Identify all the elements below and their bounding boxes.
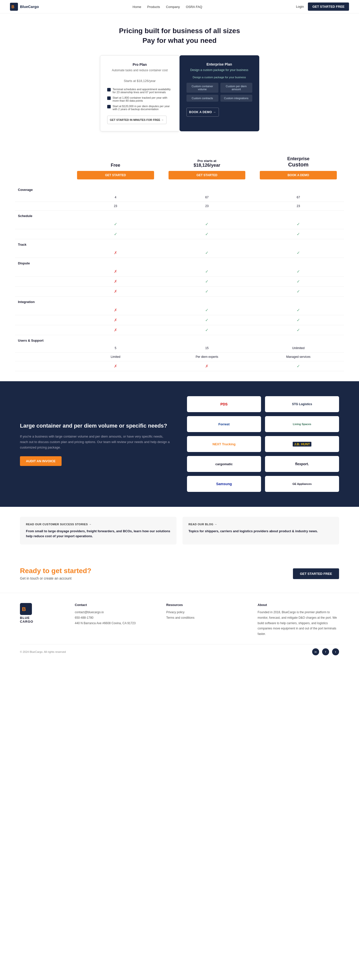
logo-cargomatic: cargomatic [187,456,261,472]
pro-plan-card: Pro Plan Automate tasks and reduce conta… [100,55,180,131]
content-cards-section: READ OUR CUSTOMER SUCCESS STORIES → From… [0,507,359,554]
footer-email[interactable]: contact@bluecargo.io [75,610,156,615]
free-get-started-button[interactable]: GET STARTED [77,171,154,180]
dispute-row-1-free: ✗ [70,267,161,276]
schedule-row-2-label [15,229,70,239]
stories-text: From small to large drayage providers, f… [26,529,171,538]
blog-text: Topics for shippers, carriers and logist… [188,529,333,534]
logo-forrest: Forrest [187,416,261,432]
integration-row-1: ✗ ✓ ✓ [15,305,344,315]
nav-logo[interactable]: B BlueCargo [10,3,39,11]
integration-title: Integration [15,296,70,305]
facebook-link[interactable]: f [322,648,329,655]
pricing-cards: Pro Plan Automate tasks and reduce conta… [0,55,359,146]
pro-comparison-get-started-button[interactable]: GET STARTED [169,171,245,180]
logo-jbhunt: J.B. HUNT [265,436,339,452]
dispute-title: Dispute [15,258,70,267]
comparison-section: Free Pro starts at $18,126/year Enterpri… [0,146,359,381]
dispute-row-2: ✗ ✓ ✓ [15,277,344,286]
pro-get-started-button[interactable]: GET STARTED IN MINUTES FOR FREE → [107,116,166,124]
enterprise-left: Large container and per diem volume or s… [20,422,172,466]
content-card-stories: READ OUR CUSTOMER SUCCESS STORIES → From… [20,517,177,544]
svg-text:B: B [11,5,14,9]
nav-cta-button[interactable]: GET STARTED FREE [308,3,349,11]
integration-row-1-pro: ✓ [161,305,253,315]
ent-feat-2: Custom contracts [187,95,219,102]
footer-address: 440 N Barranca Ave #6608 Covina, CA 9172… [75,621,156,626]
footer-terms[interactable]: Terms and conditions [166,615,248,621]
users-section: Users & Support [15,335,344,344]
cta-left: Ready to get started? Get in touch or cr… [20,567,91,580]
integration-section: Integration [15,296,344,305]
dispute-row-3-free: ✗ [70,286,161,296]
footer-top: B BLUECARGO Contact contact@bluecargo.io… [20,603,339,636]
schedule-row-2-free: ✓ [70,229,161,239]
nav-links: Home Products Company OSRA FAQ [132,5,202,9]
integration-row-1-label [15,305,70,315]
twitter-link[interactable]: t [332,648,339,655]
users-row-2: Limited Per diem experts Managed service… [15,353,344,361]
pro-feature-2: Start at 1,800 container tracked per yea… [107,96,172,102]
integration-row-3-enterprise: ✓ [252,325,344,335]
blog-tag[interactable]: READ OUR BLOG → [188,523,333,526]
comp-enterprise-cta: BOOK A DEMO [252,170,344,180]
integration-row-3-label [15,325,70,335]
audit-invoice-button[interactable]: AUDIT AN INVOICE [20,456,62,466]
enterprise-book-demo-button[interactable]: BOOK A DEMO → [187,108,219,117]
footer-contact-title: Contact [75,603,156,607]
footer-privacy[interactable]: Privacy policy [166,610,248,615]
footer-bottom: © 2024 BlueCargo. All rights reserved in… [20,644,339,655]
dispute-row-2-enterprise: ✓ [252,277,344,286]
dispute-row-2-free: ✗ [70,277,161,286]
dispute-row-3-label [15,286,70,296]
integration-row-3-free: ✗ [70,325,161,335]
logo-next: NEXT Trucking [187,436,261,452]
coverage-row-2-pro: 23 [161,202,253,210]
track-row-1-pro: ✓ [161,248,253,258]
dispute-row-1-enterprise: ✓ [252,267,344,276]
navbar: B BlueCargo Home Products Company OSRA F… [0,0,359,13]
track-section: Track [15,239,344,248]
nav-right: Login GET STARTED FREE [296,3,349,11]
login-button[interactable]: Login [296,5,304,8]
linkedin-link[interactable]: in [312,648,319,655]
logo-samsung: Samsung [187,476,261,492]
coverage-row-2-label [15,202,70,210]
enterprise-plan-subtitle: Design a custom package for your busines… [187,68,252,72]
enterprise-features: Custom container volume Custom per diem … [187,83,252,102]
coverage-row-2-free: 23 [70,202,161,210]
footer-copyright: © 2024 BlueCargo. All rights reserved [20,650,66,653]
enterprise-body: If you're a business with large containe… [20,434,172,450]
track-row-1-label [15,248,70,258]
social-links: in f t [312,648,339,655]
hero-section: Pricing built for business of all sizes … [0,13,359,55]
integration-row-3-pro: ✓ [161,325,253,335]
footer-resources: Resources Privacy policy Terms and condi… [166,603,248,636]
customer-logos: PDS STG Logistics Forrest Living Spaces … [187,396,339,492]
users-row-1-free: 5 [70,344,161,352]
users-row-1: 5 15 Unlimited [15,344,344,353]
coverage-section: Coverage [15,185,344,193]
footer-logo: B BLUECARGO [20,603,65,636]
nav-home[interactable]: Home [132,5,141,9]
users-row-2-enterprise: Managed services [252,353,344,361]
footer: B BLUECARGO Contact contact@bluecargo.io… [0,593,359,660]
coverage-row-1-free: 4 [70,193,161,202]
svg-text:B: B [22,606,26,612]
logo-stg: STG Logistics [265,396,339,412]
users-row-3-enterprise: ✓ [252,361,344,371]
pro-plan-subtitle: Automate tasks and reduce container cost [107,68,172,72]
enterprise-comparison-book-demo-button[interactable]: BOOK A DEMO [260,171,337,180]
nav-company[interactable]: Company [166,5,180,9]
footer-phone[interactable]: 650-488-1780 [75,615,156,621]
coverage-row-1-pro: 67 [161,193,253,202]
comp-empty-cta [15,170,70,180]
coverage-row-1: 4 67 67 [15,193,344,202]
nav-products[interactable]: Products [147,5,160,9]
users-row-2-label [15,353,70,361]
cta-button[interactable]: GET STARTED FREE [293,568,339,579]
integration-row-2-pro: ✓ [161,315,253,325]
nav-osra[interactable]: OSRA FAQ [186,5,202,9]
users-row-1-pro: 15 [161,344,253,352]
stories-tag[interactable]: READ OUR CUSTOMER SUCCESS STORIES → [26,523,171,526]
